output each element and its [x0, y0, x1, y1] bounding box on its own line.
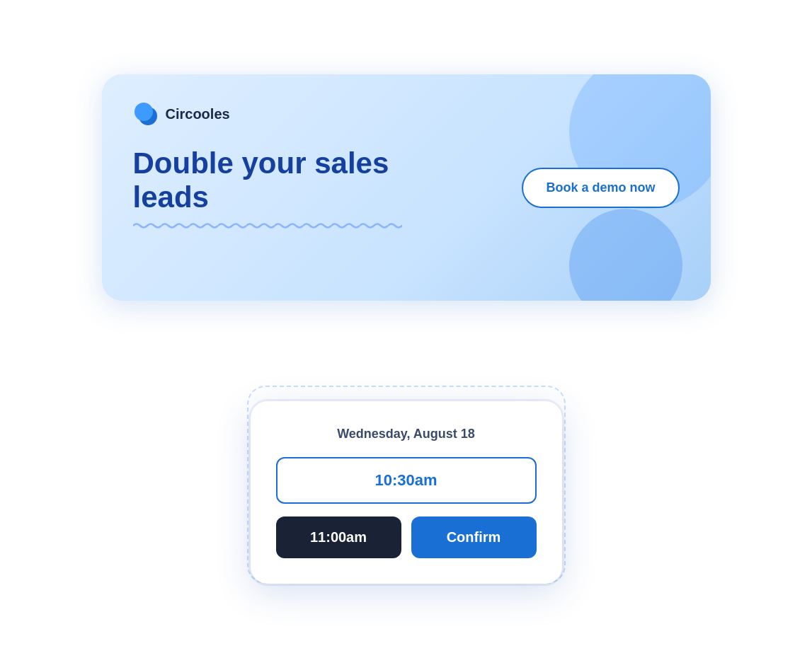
confirm-button[interactable]: Confirm — [411, 516, 537, 558]
brand-name: Circooles — [166, 106, 230, 122]
selected-time-slot[interactable]: 10:30am — [276, 457, 537, 504]
wavy-underline — [133, 222, 402, 229]
booking-card: Wednesday, August 18 10:30am 11:00am Con… — [251, 401, 562, 584]
bottom-actions-row: 11:00am Confirm — [276, 516, 537, 558]
booking-date: Wednesday, August 18 — [276, 427, 537, 441]
headline-text: Double your sales leads — [133, 146, 473, 215]
headline-row: Double your sales leads Book a demo now — [133, 146, 680, 229]
brand-logo-icon — [133, 101, 159, 127]
book-demo-button[interactable]: Book a demo now — [522, 168, 679, 208]
brand-row: Circooles — [133, 101, 680, 127]
alt-time-slot-button[interactable]: 11:00am — [276, 516, 401, 558]
ad-banner-card: Circooles Double your sales leads Book a… — [102, 74, 711, 301]
